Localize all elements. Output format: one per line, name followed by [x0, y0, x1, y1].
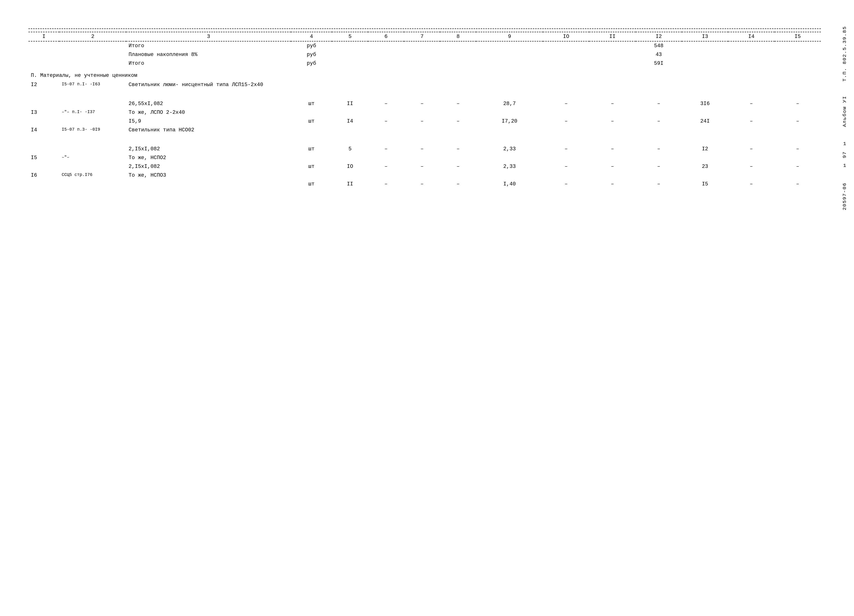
header-col-8: 8: [440, 32, 476, 41]
cell-col3: [126, 180, 291, 189]
cell-col1: [29, 99, 59, 108]
header-col-9: 9: [476, 32, 543, 41]
cell-col11: [589, 41, 635, 50]
cell-col13: [682, 153, 728, 162]
cell-col8: [440, 80, 476, 99]
cell-col7: [404, 153, 440, 162]
cell-col13: [682, 80, 728, 99]
cell-col3: 2,I5хI,082: [126, 162, 291, 171]
cell-col9: I7,20: [476, 117, 543, 126]
cell-col6: –: [368, 117, 404, 126]
cell-col5: [332, 50, 368, 59]
cell-col1: I2: [29, 80, 59, 99]
label-num2: 1: [843, 163, 846, 168]
cell-col5: [332, 126, 368, 145]
page-container: Т.П. 802.5.39.85 Альбом УI 1 97 1 20597-…: [0, 0, 854, 616]
cell-col3: 26,55хI,082: [126, 99, 291, 108]
cell-col1: [29, 59, 59, 68]
cell-col6: [368, 50, 404, 59]
cell-col2: [59, 59, 126, 68]
cell-col14: [728, 153, 774, 162]
cell-col12: –: [636, 117, 682, 126]
cell-col7: [404, 171, 440, 180]
cell-col11: –: [589, 162, 635, 171]
cell-col14: –: [728, 99, 774, 108]
cell-col12: –: [636, 99, 682, 108]
right-side-labels: Т.П. 802.5.39.85 Альбом УI 1 97 1 20597-…: [842, 26, 847, 210]
cell-col2: ССЦ5 стр.I76: [59, 171, 126, 180]
cell-col4: шт: [291, 162, 332, 171]
cell-col5: II: [332, 99, 368, 108]
cell-col14: [728, 108, 774, 117]
cell-col10: [543, 50, 589, 59]
cell-col1: I5: [29, 153, 59, 162]
cell-col4: [291, 108, 332, 117]
header-col-11: II: [589, 32, 635, 41]
cell-col11: [589, 171, 635, 180]
cell-col1: I4: [29, 126, 59, 145]
cell-col13: 3I6: [682, 99, 728, 108]
cell-col2: [59, 162, 126, 171]
cell-col11: [589, 108, 635, 117]
cell-col4: руб: [291, 41, 332, 50]
cell-col1: [29, 50, 59, 59]
cell-col9: [476, 80, 543, 99]
cell-col3: Итого: [126, 59, 291, 68]
cell-col8: [440, 126, 476, 145]
cell-col3: Плановые накопления 8%: [126, 50, 291, 59]
cell-col2: [59, 50, 126, 59]
cell-col4: [291, 171, 332, 180]
main-table: I 2 3 4 5 6 7 8 9 IO II I2 I3 I4 I5 Итог…: [29, 32, 821, 189]
cell-col2: [59, 41, 126, 50]
cell-col2: –"– п.I- -I37: [59, 108, 126, 117]
cell-col1: [29, 145, 59, 153]
cell-col5: [332, 80, 368, 99]
cell-col9: 28,7: [476, 99, 543, 108]
table-row: Итогоруб59I: [29, 59, 821, 68]
cell-col6: [368, 126, 404, 145]
cell-col10: –: [543, 99, 589, 108]
cell-col8: –: [440, 99, 476, 108]
cell-col7: [404, 108, 440, 117]
cell-col9: 2,33: [476, 162, 543, 171]
cell-col5: [332, 153, 368, 162]
cell-col10: [543, 153, 589, 162]
cell-col13: I2: [682, 145, 728, 153]
table-body: Итогоруб548Плановые накопления 8%руб43Ит…: [29, 41, 821, 189]
header-col-14: I4: [728, 32, 774, 41]
cell-col9: 2,33: [476, 145, 543, 153]
cell-col7: –: [404, 117, 440, 126]
cell-col14: [728, 50, 774, 59]
label-tp: Т.П. 802.5.39.85: [842, 26, 847, 82]
cell-col14: –: [728, 117, 774, 126]
cell-col13: [682, 41, 728, 50]
cell-col13: [682, 171, 728, 180]
header-col-1: I: [29, 32, 59, 41]
cell-col3: Светильник типа НСО02: [126, 126, 291, 145]
label-album: Альбом УI: [842, 96, 847, 127]
cell-col2: I5-07 п.3- -0I9: [59, 126, 126, 145]
cell-col1: [29, 180, 59, 189]
cell-col13: 24I: [682, 117, 728, 126]
cell-col3: Итого: [126, 41, 291, 50]
cell-col10: –: [543, 145, 589, 153]
cell-col14: [728, 171, 774, 180]
cell-col13: [682, 126, 728, 145]
section-row: П. Материалы, не учтенные ценником: [29, 68, 821, 80]
cell-col7: [404, 126, 440, 145]
cell-col9: [476, 108, 543, 117]
top-dashed-line: [29, 29, 821, 29]
cell-col4: шт: [291, 145, 332, 153]
cell-col6: [368, 80, 404, 99]
header-col-5: 5: [332, 32, 368, 41]
cell-col8: [440, 108, 476, 117]
cell-col3: То же, НСПО2: [126, 153, 291, 162]
cell-col2: [59, 99, 126, 108]
cell-col5: II: [332, 180, 368, 189]
cell-col4: руб: [291, 50, 332, 59]
label-20597: 20597-06: [842, 183, 847, 210]
cell-col8: –: [440, 117, 476, 126]
cell-col5: [332, 171, 368, 180]
cell-col12: [636, 108, 682, 117]
cell-col1: [29, 162, 59, 171]
